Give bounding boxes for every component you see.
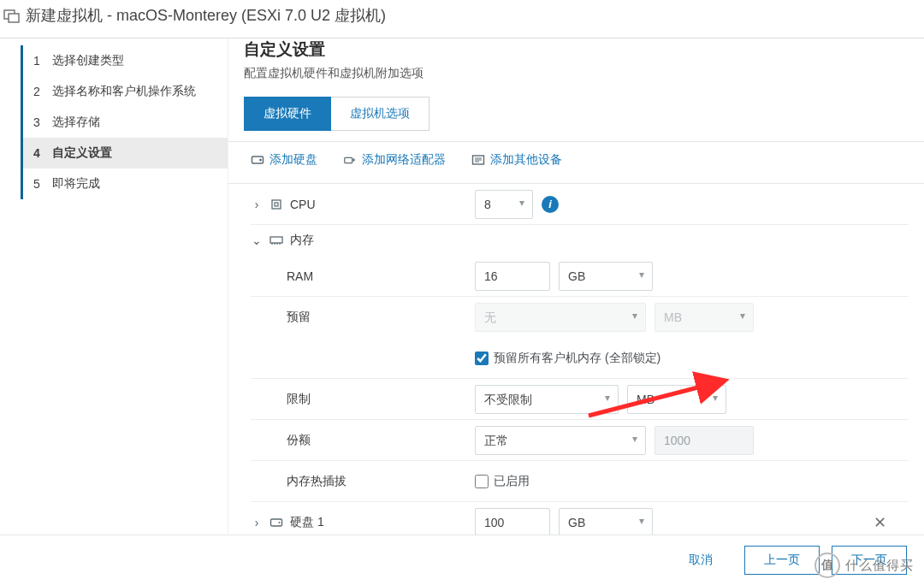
hotplug-enabled-label: 已启用 (494, 474, 530, 489)
window-title-bar: 新建虚拟机 - macOS-Monterey (ESXi 7.0 U2 虚拟机) (0, 0, 924, 38)
row-ram: RAM GB (251, 256, 909, 297)
svg-rect-1 (9, 14, 19, 22)
step-customize[interactable]: 4 自定义设置 (23, 138, 228, 168)
cpu-count-select[interactable]: 8 (475, 190, 533, 219)
hotplug-label: 内存热插拔 (287, 474, 346, 489)
device-icon (471, 154, 485, 166)
remove-disk-button[interactable]: ✕ (874, 513, 909, 532)
disk1-label: 硬盘 1 (290, 515, 324, 530)
step-finish[interactable]: 5 即将完成 (23, 168, 228, 199)
page-subtitle: 配置虚拟机硬件和虚拟机附加选项 (244, 66, 909, 81)
svg-point-3 (260, 159, 262, 161)
disk-icon (251, 154, 264, 166)
watermark: 值 什么值得买 (814, 552, 914, 578)
memory-group-label: 内存 (290, 233, 314, 248)
row-shares: 份额 正常 (251, 420, 909, 461)
disk1-unit-select[interactable]: GB (559, 508, 653, 537)
cpu-label: CPU (290, 198, 316, 211)
reserve-all-checkbox[interactable] (475, 352, 489, 365)
sidebar-item-label: 即将完成 (52, 176, 100, 192)
svg-rect-6 (272, 200, 281, 209)
watermark-text: 什么值得买 (845, 558, 914, 574)
wizard-content: 自定义设置 配置虚拟机硬件和虚拟机附加选项 虚拟硬件 虚拟机选项 添加硬盘 添加… (228, 38, 924, 534)
nic-icon (343, 154, 357, 166)
watermark-badge: 值 (814, 552, 840, 578)
svg-point-10 (279, 522, 281, 523)
vm-icon (3, 7, 21, 24)
ram-label: RAM (287, 269, 313, 283)
disk-icon (270, 517, 283, 528)
svg-rect-4 (345, 157, 352, 162)
chevron-down-icon[interactable]: ⌄ (251, 233, 263, 247)
chevron-right-icon[interactable]: › (251, 516, 263, 529)
shares-number-input (654, 426, 754, 455)
row-reservation: 预留 无 MB (251, 297, 909, 338)
row-limit: 限制 不受限制 MB (251, 379, 909, 420)
row-reserve-all: 预留所有客户机内存 (全部锁定) (251, 338, 909, 379)
page-title: 自定义设置 (244, 38, 909, 61)
tab-hardware[interactable]: 虚拟硬件 (244, 97, 331, 131)
memory-icon (270, 235, 283, 245)
sidebar-item-label: 选择存储 (52, 115, 100, 130)
limit-value-select[interactable]: 不受限制 (475, 385, 619, 414)
shares-label: 份额 (287, 433, 311, 448)
reservation-label: 预留 (287, 310, 311, 325)
reservation-unit-select: MB (654, 303, 754, 332)
add-other-device-button[interactable]: 添加其他设备 (471, 152, 562, 168)
hotplug-checkbox[interactable] (475, 475, 489, 488)
cpu-icon (270, 198, 283, 210)
window-title: 新建虚拟机 - macOS-Monterey (ESXi 7.0 U2 虚拟机) (26, 5, 386, 26)
tab-options[interactable]: 虚拟机选项 (331, 97, 429, 131)
sidebar-item-label: 自定义设置 (52, 145, 112, 161)
svg-rect-8 (270, 237, 282, 243)
row-memory-group: ⌄ 内存 (251, 225, 909, 256)
svg-rect-7 (275, 203, 278, 206)
reserve-all-label: 预留所有客户机内存 (全部锁定) (494, 351, 660, 366)
limit-unit-select[interactable]: MB (627, 385, 726, 414)
row-cpu: › CPU 8 i (251, 184, 909, 225)
hotplug-checkbox-wrap[interactable]: 已启用 (475, 474, 530, 489)
row-hotplug: 内存热插拔 已启用 (251, 461, 909, 502)
limit-label: 限制 (287, 392, 311, 407)
shares-value-select[interactable]: 正常 (475, 426, 646, 455)
reserve-all-checkbox-wrap[interactable]: 预留所有客户机内存 (全部锁定) (475, 351, 660, 366)
ram-size-input[interactable] (475, 262, 550, 291)
sidebar-item-label: 选择名称和客户机操作系统 (52, 84, 196, 99)
disk1-size-input[interactable] (475, 508, 550, 537)
chevron-right-icon[interactable]: › (251, 198, 263, 211)
step-name-os[interactable]: 2 选择名称和客户机操作系统 (23, 76, 228, 107)
add-disk-button[interactable]: 添加硬盘 (251, 152, 317, 168)
prev-button[interactable]: 上一页 (744, 546, 820, 575)
ram-unit-select[interactable]: GB (559, 262, 653, 291)
info-icon[interactable]: i (542, 196, 559, 213)
add-nic-button[interactable]: 添加网络适配器 (343, 152, 446, 168)
wizard-steps-sidebar: 1 选择创建类型 2 选择名称和客户机操作系统 3 选择存储 4 自定义设置 5… (0, 38, 228, 534)
reservation-value-select: 无 (475, 303, 646, 332)
cancel-button[interactable]: 取消 (669, 546, 732, 575)
wizard-footer: 取消 上一页 下一页 (0, 535, 924, 585)
sidebar-item-label: 选择创建类型 (52, 53, 124, 68)
step-create-type[interactable]: 1 选择创建类型 (23, 45, 228, 76)
step-storage[interactable]: 3 选择存储 (23, 107, 228, 138)
svg-rect-9 (271, 519, 282, 526)
